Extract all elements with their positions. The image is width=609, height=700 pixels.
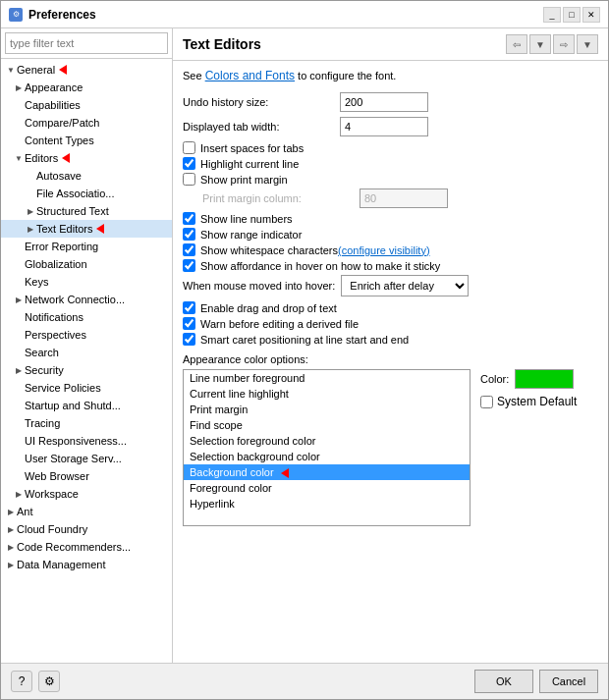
system-default-row: System Default — [480, 395, 598, 408]
expander-icon — [13, 135, 25, 146]
color-section-title: Appearance color options: — [183, 353, 598, 365]
color-item-line-number[interactable]: Line number foreground — [184, 370, 470, 386]
insert-spaces-checkbox[interactable] — [183, 141, 195, 154]
nav-dropdown2-button[interactable]: ▼ — [577, 34, 598, 54]
color-item-hyperlink[interactable]: Hyperlink — [184, 496, 470, 512]
show-affordance-checkbox[interactable] — [183, 259, 195, 272]
sidebar-item-content-types[interactable]: Content Types — [1, 132, 172, 149]
color-item-selection-bg[interactable]: Selection background color — [184, 449, 470, 464]
minimize-button[interactable]: _ — [543, 7, 561, 23]
highlight-line-checkbox[interactable] — [183, 157, 195, 170]
show-whitespace-checkbox[interactable] — [183, 243, 195, 256]
expander-icon: ▶ — [13, 488, 25, 500]
sidebar-item-label: UI Responsiveness... — [25, 435, 127, 447]
dialog-title: Preferences — [28, 8, 537, 22]
undo-history-input[interactable] — [340, 92, 428, 112]
enable-drag-drop-row: Enable drag and drop of text — [183, 301, 598, 314]
color-item-selection-fg[interactable]: Selection foreground color — [184, 433, 470, 449]
smart-caret-checkbox[interactable] — [183, 333, 195, 346]
color-item-foreground[interactable]: Foreground color — [184, 480, 470, 496]
sidebar-item-data-management[interactable]: ▶ Data Management — [1, 556, 172, 573]
panel-title: Text Editors — [183, 36, 261, 52]
close-button[interactable]: ✕ — [582, 7, 600, 23]
sidebar-item-network-connections[interactable]: ▶ Network Connectio... — [1, 291, 172, 308]
ok-button[interactable]: OK — [474, 670, 533, 693]
warn-derived-checkbox[interactable] — [183, 317, 195, 330]
settings-button[interactable]: ⚙ — [38, 671, 60, 692]
colors-and-fonts-link[interactable]: Colors and Fonts — [205, 69, 295, 82]
sidebar-item-security[interactable]: ▶ Security — [1, 361, 172, 379]
expander-icon — [13, 311, 25, 323]
sidebar-item-capabilities[interactable]: Capabilities — [1, 96, 172, 114]
sidebar-item-globalization[interactable]: Globalization — [1, 255, 172, 273]
sidebar-item-autosave[interactable]: Autosave — [1, 167, 172, 185]
sidebar-item-error-reporting[interactable]: Error Reporting — [1, 238, 172, 255]
sidebar-item-notifications[interactable]: Notifications — [1, 308, 172, 326]
sidebar-item-tracing[interactable]: Tracing — [1, 414, 172, 432]
expander-icon — [25, 170, 36, 182]
sidebar-item-label: Tracing — [25, 417, 60, 429]
color-item-print-margin[interactable]: Print margin — [184, 402, 470, 417]
sidebar-item-workspace[interactable]: ▶ Workspace — [1, 485, 172, 503]
expander-icon — [13, 99, 25, 111]
sidebar-item-cloud-foundry[interactable]: ▶ Cloud Foundry — [1, 520, 172, 538]
hover-row: When mouse moved into hover: Enrich afte… — [183, 275, 598, 296]
sidebar-item-general[interactable]: ▼ General — [1, 61, 172, 79]
sidebar-item-appearance[interactable]: ▶ Appearance — [1, 79, 172, 96]
sidebar-item-compare-patch[interactable]: Compare/Patch — [1, 114, 172, 132]
sidebar-item-ant[interactable]: ▶ Ant — [1, 503, 172, 520]
enable-drag-drop-checkbox[interactable] — [183, 301, 195, 314]
sidebar-item-label: Perspectives — [25, 329, 86, 341]
sidebar-item-label: Structured Text — [36, 205, 109, 217]
sidebar-item-text-editors[interactable]: ▶ Text Editors — [1, 220, 172, 238]
cancel-button[interactable]: Cancel — [539, 670, 598, 693]
color-item-background[interactable]: Background color — [184, 464, 470, 480]
sidebar-item-label: Ant — [17, 506, 33, 517]
color-right: Color: System Default — [480, 369, 598, 526]
hover-select[interactable]: Enrich after delay Enrich immediately No… — [341, 275, 469, 296]
sidebar-item-label: Error Reporting — [25, 241, 98, 252]
color-label: Color: — [480, 373, 509, 385]
system-default-checkbox[interactable] — [480, 396, 493, 408]
undo-history-row: Undo history size: — [183, 92, 598, 112]
sidebar-item-editors[interactable]: ▼ Editors — [1, 149, 172, 167]
sidebar-item-user-storage[interactable]: User Storage Serv... — [1, 450, 172, 467]
bottom-bar: ? ⚙ OK Cancel — [1, 663, 608, 699]
sidebar-item-label: Notifications — [25, 311, 83, 323]
show-range-indicator-checkbox[interactable] — [183, 228, 195, 241]
show-whitespace-label: Show whitespace characters — [200, 244, 338, 256]
dialog-icon: ⚙ — [9, 8, 23, 22]
sidebar-item-startup-shutdown[interactable]: Startup and Shutd... — [1, 397, 172, 414]
maximize-button[interactable]: □ — [563, 7, 581, 23]
insert-spaces-row: Insert spaces for tabs — [183, 141, 598, 154]
highlight-line-row: Highlight current line — [183, 157, 598, 170]
nav-dropdown-button[interactable]: ▼ — [529, 34, 551, 54]
nav-back-button[interactable]: ⇦ — [506, 34, 527, 54]
sidebar-item-file-association[interactable]: File Associatio... — [1, 185, 172, 202]
sidebar-item-label: Service Policies — [25, 382, 101, 394]
expander-icon — [13, 347, 25, 358]
color-item-find-scope[interactable]: Find scope — [184, 417, 470, 433]
sidebar-item-perspectives[interactable]: Perspectives — [1, 326, 172, 344]
sidebar-item-label: Appearance — [25, 81, 83, 93]
show-print-margin-checkbox[interactable] — [183, 173, 195, 186]
sidebar-item-code-recommenders[interactable]: ▶ Code Recommenders... — [1, 538, 172, 556]
nav-forward-button[interactable]: ⇨ — [553, 34, 575, 54]
tab-width-input[interactable] — [340, 117, 428, 136]
color-swatch[interactable] — [515, 369, 574, 389]
show-range-indicator-row: Show range indicator — [183, 228, 598, 241]
configure-visibility-link[interactable]: (configure visibility) — [338, 244, 430, 256]
search-input[interactable] — [5, 32, 168, 54]
show-line-numbers-checkbox[interactable] — [183, 212, 195, 225]
arrow-indicator — [96, 224, 104, 234]
sidebar-item-search[interactable]: Search — [1, 344, 172, 361]
help-button[interactable]: ? — [11, 671, 32, 692]
sidebar-item-web-browser[interactable]: Web Browser — [1, 467, 172, 485]
sidebar-item-keys[interactable]: Keys — [1, 273, 172, 291]
sidebar-item-ui-responsiveness[interactable]: UI Responsiveness... — [1, 432, 172, 450]
sidebar-item-label: Autosave — [36, 170, 82, 182]
show-line-numbers-row: Show line numbers — [183, 212, 598, 225]
color-item-current-line[interactable]: Current line highlight — [184, 386, 470, 402]
sidebar-item-structured-text[interactable]: ▶ Structured Text — [1, 202, 172, 220]
sidebar-item-service-policies[interactable]: Service Policies — [1, 379, 172, 397]
